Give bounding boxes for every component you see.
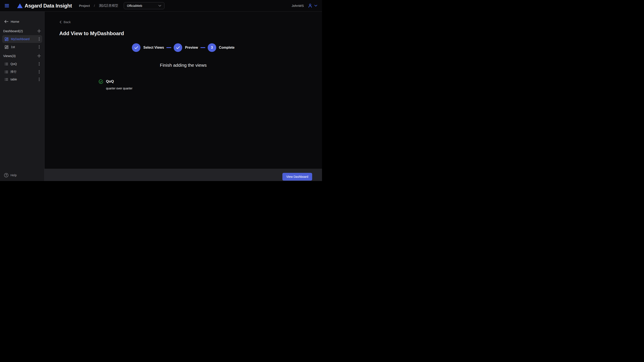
sidebar-item-ranking[interactable]: 排行 xyxy=(2,68,42,75)
view-dashboard-button[interactable]: View Dashboard xyxy=(282,173,312,180)
datasource-select-value: OfficialWeb xyxy=(127,4,158,8)
add-dashboard-button[interactable] xyxy=(37,29,41,33)
list-icon xyxy=(4,70,8,74)
check-circle-success-icon xyxy=(98,79,104,84)
views-section-label: Views(3) xyxy=(3,54,16,58)
item-menu-kebab-icon[interactable] xyxy=(38,45,40,49)
app-window: Asgard Data Insight Project / 測試語意模型 Off… xyxy=(0,0,322,181)
top-header: Asgard Data Insight Project / 測試語意模型 Off… xyxy=(0,0,322,12)
step-connector xyxy=(200,47,205,48)
sidebar-item-label: table xyxy=(10,78,38,81)
app-logo-triangle-icon xyxy=(17,4,23,8)
sidebar-item-qoq[interactable]: QoQ xyxy=(2,61,42,67)
breadcrumb-current-page: 測試語意模型 xyxy=(99,4,118,8)
sidebar-item-mydashboard[interactable]: MyDashboard xyxy=(2,35,42,43)
status-heading: Finish adding the views xyxy=(44,63,322,68)
dashboard-grid-icon xyxy=(4,45,9,49)
breadcrumb-project[interactable]: Project xyxy=(79,4,90,8)
sidebar: Home Dashboard(2) MyDashboard xyxy=(0,12,44,181)
step-circle-current: 3 xyxy=(208,43,216,52)
chevron-left-icon xyxy=(60,21,62,24)
step-circle-done xyxy=(132,43,140,52)
views-section-header: Views(3) xyxy=(3,54,41,58)
step-label: Select Views xyxy=(143,46,164,50)
step-complete: 3 Complete xyxy=(208,43,235,52)
plus-icon xyxy=(37,29,41,33)
sidebar-item-label: 1st xyxy=(11,45,38,49)
home-label: Home xyxy=(11,20,19,23)
add-view-button[interactable] xyxy=(37,54,41,58)
step-label: Complete xyxy=(219,46,235,50)
item-menu-kebab-icon[interactable] xyxy=(38,70,40,74)
added-view-name: QoQ xyxy=(106,79,132,84)
sidebar-item-1st[interactable]: 1st xyxy=(2,43,42,51)
dashboard-grid-icon xyxy=(4,37,9,41)
help-label: Help xyxy=(10,173,17,177)
sidebar-item-label: QoQ xyxy=(10,62,38,66)
breadcrumb-separator: / xyxy=(94,4,95,8)
datasource-select[interactable]: OfficialWeb xyxy=(124,2,164,9)
sidebar-item-label: MyDashboard xyxy=(11,37,38,41)
back-label: Back xyxy=(64,20,71,24)
step-connector xyxy=(166,47,171,48)
plus-icon xyxy=(37,54,41,58)
sidebar-item-label: 排行 xyxy=(10,70,38,74)
list-icon xyxy=(4,77,8,82)
sidebar-home-link[interactable]: Home xyxy=(4,20,19,23)
footer-action-bar: View Dashboard xyxy=(44,169,322,181)
added-view-row: QoQ quarter over quarter xyxy=(98,79,132,90)
list-icon xyxy=(4,62,8,66)
chevron-down-icon xyxy=(158,5,161,7)
check-icon xyxy=(134,46,138,49)
user-avatar-icon[interactable] xyxy=(308,3,312,8)
check-icon xyxy=(176,46,180,49)
step-preview: Preview xyxy=(174,43,198,52)
arrow-left-icon xyxy=(4,20,8,23)
dashboards-section-label: Dashboard(2) xyxy=(3,29,23,33)
dashboards-section-header: Dashboard(2) xyxy=(3,29,41,33)
back-link[interactable]: Back xyxy=(60,20,71,24)
item-menu-kebab-icon[interactable] xyxy=(38,37,40,41)
page-title: Add View to MyDashboard xyxy=(59,31,124,37)
step-label: Preview xyxy=(185,46,198,50)
question-circle-icon xyxy=(4,173,8,177)
user-name[interactable]: JohnWS xyxy=(292,4,304,8)
step-number: 3 xyxy=(211,46,213,50)
hamburger-menu-icon[interactable] xyxy=(5,4,9,7)
stepper: Select Views Preview 3 Complete xyxy=(44,43,322,52)
item-menu-kebab-icon[interactable] xyxy=(38,62,40,66)
step-select-views: Select Views xyxy=(132,43,164,52)
item-menu-kebab-icon[interactable] xyxy=(38,77,40,82)
sidebar-item-table[interactable]: table xyxy=(2,76,42,83)
app-title: Asgard Data Insight xyxy=(24,3,72,9)
step-circle-done xyxy=(174,43,182,52)
main-content: Back Add View to MyDashboard Select View… xyxy=(44,12,322,181)
help-link[interactable]: Help xyxy=(4,173,17,177)
added-view-description: quarter over quarter xyxy=(106,87,132,90)
user-menu-chevron-down-icon[interactable] xyxy=(314,5,317,7)
